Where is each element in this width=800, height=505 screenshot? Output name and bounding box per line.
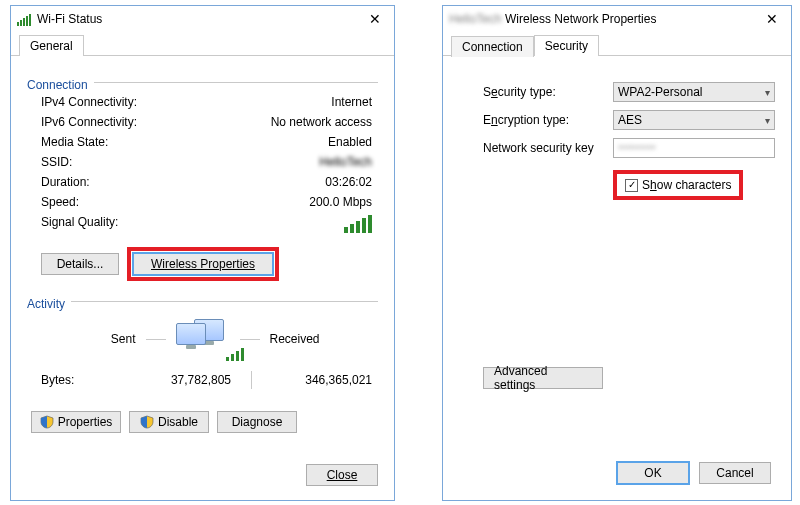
shield-icon xyxy=(140,415,154,429)
button-label: Disable xyxy=(158,415,198,429)
bytes-label: Bytes: xyxy=(41,373,111,387)
svg-rect-1 xyxy=(20,20,22,26)
pane-security: Security type: Security type: WPA2-Perso… xyxy=(443,56,791,399)
button-label: Advanced settings xyxy=(494,364,592,392)
close-dialog-button[interactable]: Close xyxy=(306,464,378,486)
show-characters-checkbox[interactable]: ✓ xyxy=(625,179,638,192)
network-key-label: Network security key xyxy=(483,141,613,155)
highlight-box: Wireless Properties xyxy=(127,247,279,281)
security-type-combo[interactable]: WPA2-Personal ▾ xyxy=(613,82,775,102)
speed-label: Speed: xyxy=(41,195,79,209)
button-label: Diagnose xyxy=(232,415,283,429)
details-button[interactable]: Details... xyxy=(41,253,119,275)
wifi-signal-icon xyxy=(17,12,33,26)
close-button[interactable]: ✕ xyxy=(757,8,787,30)
shield-icon xyxy=(40,415,54,429)
tab-general[interactable]: General xyxy=(19,35,84,56)
ssid-value: HelloTech xyxy=(319,155,372,169)
wireless-properties-dialog: HelloTech Wireless Network Properties ✕ … xyxy=(442,5,792,501)
ipv4-value: Internet xyxy=(331,95,372,109)
tab-connection[interactable]: Connection xyxy=(451,36,534,57)
window-title: HelloTech Wireless Network Properties xyxy=(449,12,656,26)
tab-label: Security xyxy=(545,39,588,53)
media-state-label: Media State: xyxy=(41,135,108,149)
wireless-properties-button[interactable]: Wireless Properties xyxy=(133,253,273,275)
highlight-box: ✓ Show characters Show characters xyxy=(613,170,743,200)
disable-button[interactable]: Disable xyxy=(129,411,209,433)
svg-rect-4 xyxy=(29,14,31,26)
network-key-value: ••••••••• xyxy=(618,141,656,155)
duration-label: Duration: xyxy=(41,175,90,189)
activity-monitors-icon xyxy=(176,319,230,359)
combo-value: WPA2-Personal xyxy=(618,85,702,99)
group-connection-label: Connection xyxy=(27,78,88,92)
wifi-signal-icon xyxy=(344,215,372,233)
ipv4-label: IPv4 Connectivity: xyxy=(41,95,137,109)
close-icon: ✕ xyxy=(369,11,381,27)
duration-value: 03:26:02 xyxy=(325,175,372,189)
combo-value: AES xyxy=(618,113,642,127)
titlebar[interactable]: HelloTech Wireless Network Properties ✕ xyxy=(443,6,791,32)
ok-button[interactable]: OK xyxy=(617,462,689,484)
ipv6-value: No network access xyxy=(271,115,372,129)
close-button[interactable]: ✕ xyxy=(360,8,390,30)
tab-security[interactable]: Security xyxy=(534,35,599,56)
svg-rect-2 xyxy=(23,18,25,26)
ssid-label: SSID: xyxy=(41,155,72,169)
received-label: Received xyxy=(270,332,360,346)
sent-label: Sent xyxy=(46,332,136,346)
close-icon: ✕ xyxy=(766,11,778,27)
title-prefix: HelloTech xyxy=(449,12,502,26)
tabstrip: Connection Security xyxy=(443,32,791,56)
title-suffix: Wireless Network Properties xyxy=(502,12,657,26)
properties-button[interactable]: Properties xyxy=(31,411,121,433)
diagnose-button[interactable]: Diagnose xyxy=(217,411,297,433)
button-label: Close xyxy=(327,468,358,482)
chevron-down-icon: ▾ xyxy=(765,115,770,126)
group-activity-label: Activity xyxy=(27,297,65,311)
encryption-type-combo[interactable]: AES ▾ xyxy=(613,110,775,130)
speed-value: 200.0 Mbps xyxy=(309,195,372,209)
signal-quality-label: Signal Quality: xyxy=(41,215,118,236)
chevron-down-icon: ▾ xyxy=(765,87,770,98)
svg-rect-3 xyxy=(26,16,28,26)
network-key-input[interactable]: ••••••••• xyxy=(613,138,775,158)
advanced-settings-button[interactable]: Advanced settings xyxy=(483,367,603,389)
signal-quality-value xyxy=(344,215,372,236)
pane-general: Connection IPv4 Connectivity:Internet IP… xyxy=(11,56,394,443)
button-label: Wireless Properties xyxy=(151,257,255,271)
button-label: Details... xyxy=(57,257,104,271)
titlebar[interactable]: Wi-Fi Status ✕ xyxy=(11,6,394,32)
tabstrip: General xyxy=(11,32,394,56)
tab-label: General xyxy=(30,39,73,53)
show-characters-label: Show characters xyxy=(642,178,731,192)
button-label: OK xyxy=(644,466,661,480)
media-state-value: Enabled xyxy=(328,135,372,149)
cancel-button[interactable]: Cancel xyxy=(699,462,771,484)
button-label: Cancel xyxy=(716,466,753,480)
encryption-type-label: Encryption type: xyxy=(483,113,613,127)
bytes-sent-value: 37,782,805 xyxy=(111,373,251,387)
bytes-received-value: 346,365,021 xyxy=(252,373,372,387)
tab-label: Connection xyxy=(462,40,523,54)
security-type-label: Security type: xyxy=(483,85,613,99)
svg-rect-0 xyxy=(17,22,19,26)
window-title: Wi-Fi Status xyxy=(37,12,102,26)
button-label: Properties xyxy=(58,415,113,429)
wifi-status-dialog: Wi-Fi Status ✕ General Connection IPv4 C… xyxy=(10,5,395,501)
ipv6-label: IPv6 Connectivity: xyxy=(41,115,137,129)
